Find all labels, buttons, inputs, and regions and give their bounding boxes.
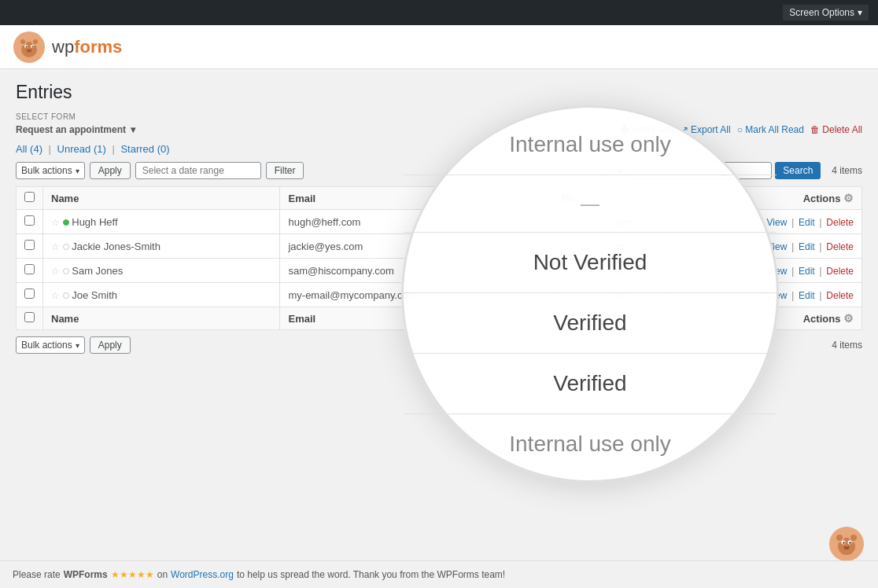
overlay-popup: Internal use only — Not Verified Verifie… (401, 105, 779, 483)
svg-point-16 (850, 535, 857, 541)
svg-point-8 (26, 46, 28, 47)
items-count-bottom: 4 items (832, 340, 862, 351)
footer-text-after: to help us spread the word. Thank you fr… (237, 569, 505, 580)
row-checkbox-1[interactable] (24, 215, 35, 226)
col-header-name: Name (43, 187, 280, 210)
bulk-actions-dropdown[interactable]: Bulk actions (16, 162, 85, 179)
select-all-checkbox[interactable] (24, 192, 35, 202)
filter-unread[interactable]: Unread (1) (57, 143, 109, 155)
svg-point-20 (849, 542, 850, 543)
delete-link-2[interactable]: Delete (826, 241, 854, 252)
delete-link-3[interactable]: Delete (826, 266, 854, 277)
bear-mascot-icon (828, 525, 865, 563)
selected-form-name: Request an appointment (16, 124, 126, 135)
read-status-4 (63, 292, 69, 299)
form-selector[interactable]: Request an appointment ▾ (16, 124, 135, 135)
footer-stars: ★★★★★ (111, 569, 154, 580)
search-button[interactable]: Search (775, 162, 821, 179)
overlay-row-6: Internal use only (404, 414, 777, 474)
footer-brand: WPForms (64, 569, 108, 580)
row-name-1: ☆ Hugh Heff (43, 210, 280, 234)
svg-point-4 (20, 39, 25, 44)
overlay-row-1: Internal use only (404, 115, 777, 175)
date-range-input[interactable] (135, 162, 261, 179)
chevron-down-icon: ▾ (131, 124, 135, 135)
star-icon-3[interactable]: ☆ (51, 266, 60, 277)
footer-name-col: Name (43, 307, 280, 330)
footer-text-before: Please rate (13, 569, 61, 580)
row-checkbox-4[interactable] (24, 288, 35, 299)
overlay-row-4: Verified (404, 293, 777, 354)
svg-point-5 (33, 39, 38, 44)
row-name-2: ☆ Jackie Jones-Smith (43, 234, 280, 259)
select-all-checkbox-bottom[interactable] (24, 312, 35, 322)
filter-starred[interactable]: Starred (0) (120, 143, 169, 155)
delete-all-button[interactable]: 🗑 Delete All (810, 124, 862, 135)
svg-point-9 (32, 46, 34, 47)
row-checkbox-3[interactable] (24, 264, 35, 274)
site-header: wpforms (0, 25, 878, 69)
filter-button[interactable]: Filter (266, 162, 304, 179)
bear-mascot (828, 525, 865, 563)
logo-text: wpforms (52, 37, 122, 57)
delete-link-4[interactable]: Delete (826, 290, 854, 301)
apply-button-top[interactable]: Apply (90, 162, 131, 179)
bulk-actions-dropdown-bottom[interactable]: Bulk actions (16, 336, 85, 354)
wpforms-bear-logo (13, 31, 46, 64)
edit-link-3[interactable]: Edit (799, 266, 815, 277)
logo: wpforms (13, 31, 122, 64)
overlay-row-2: — (404, 175, 777, 233)
gear-icon[interactable]: ⚙ (843, 192, 854, 204)
edit-link-1[interactable]: Edit (799, 217, 815, 228)
screen-options-button[interactable]: Screen Options (783, 5, 869, 20)
read-status-3 (63, 268, 69, 274)
row-name-3: ☆ Sam Jones (43, 259, 280, 283)
svg-point-15 (836, 535, 843, 541)
svg-point-19 (843, 542, 844, 543)
read-status-1 (63, 219, 69, 226)
delete-link-1[interactable]: Delete (826, 217, 854, 228)
footer: Please rate WPForms ★★★★★ on WordPress.o… (0, 560, 878, 588)
row-name-4: ☆ Joe Smith (43, 283, 280, 307)
edit-link-2[interactable]: Edit (799, 241, 815, 252)
overlay-row-5: Verified (404, 354, 777, 414)
star-icon-4[interactable]: ☆ (51, 290, 60, 301)
footer-on-text: on (157, 569, 168, 580)
star-icon-1[interactable]: ☆ (51, 217, 60, 228)
items-count-display: 4 items (832, 165, 862, 176)
footer-wordpress-link[interactable]: WordPress.org (171, 569, 234, 580)
edit-link-4[interactable]: Edit (799, 290, 815, 301)
star-icon-2[interactable]: ☆ (51, 241, 60, 252)
apply-button-bottom[interactable]: Apply (90, 336, 131, 354)
row-checkbox-2[interactable] (24, 240, 35, 250)
read-status-2 (63, 244, 69, 250)
page-title: Entries (16, 82, 862, 103)
filter-all[interactable]: All (4) (16, 143, 46, 155)
overlay-row-3: Not Verified (404, 233, 777, 293)
admin-bar: Screen Options (0, 0, 878, 25)
gear-icon-bottom[interactable]: ⚙ (843, 312, 854, 325)
